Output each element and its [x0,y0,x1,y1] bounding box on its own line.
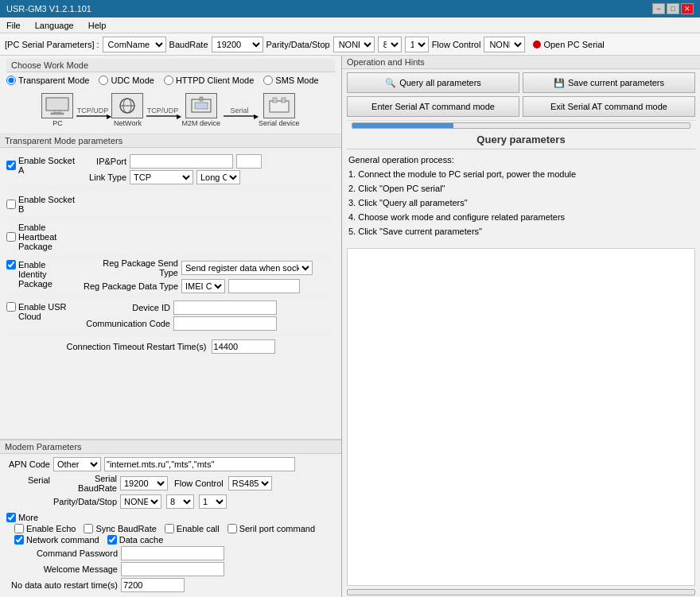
serial-params-label: [PC Serial Parameters] : [5,40,99,49]
httpd-client-mode-radio[interactable]: HTTPD Client Mode [164,76,254,85]
modem-section: Modem Parameters APN Code Other Serial S… [0,440,341,597]
heartbeat-checkbox-label[interactable]: EnableHeartbeatPackage [6,223,335,251]
parity-label: Parity/Data/Stop [266,40,330,49]
reg-data-type-label: Reg Package Data Type [83,281,178,291]
enable-echo-checkbox[interactable] [14,524,24,533]
network-command-checkbox[interactable] [14,535,24,545]
svg-rect-0 [46,98,68,110]
modem-stop-bits-select[interactable]: 1 [199,494,227,509]
enable-call-label[interactable]: Enable call [165,524,220,533]
maximize-button[interactable]: □ [667,3,679,14]
cmd-password-label: Command Password [6,549,118,558]
stop-bits-select[interactable]: 1 [405,37,429,52]
heartbeat-checkbox[interactable] [6,232,16,242]
socket-b-checkbox[interactable] [6,200,16,209]
serial-port-command-label[interactable]: Seril port command [228,524,315,533]
enable-echo-label[interactable]: Enable Echo [14,524,76,533]
svg-rect-11 [282,98,286,103]
device-id-input[interactable] [173,300,277,315]
minimize-button[interactable]: − [652,3,665,14]
bottom-progress-bar [347,589,695,595]
ip-field[interactable] [130,154,233,169]
comm-code-input[interactable] [173,316,277,331]
conn-timeout-label: Connection Timeout Restart Time(s) [66,342,206,351]
timeout-row: Connection Timeout Restart Time(s) [6,335,335,359]
progress-fill [352,123,453,128]
identity-checkbox[interactable] [6,260,16,269]
usr-cloud-checkbox[interactable] [6,302,16,312]
com-name-select[interactable]: ComName [103,37,166,52]
work-mode-header: Choose Work Mode [6,59,335,72]
transparent-mode-radio[interactable]: Transparent Mode [6,76,89,85]
modem-params-header: Modem Parameters [0,440,341,454]
arrow1: TCP/UDP ▶ [76,103,108,117]
socket-a-checkbox[interactable] [6,161,16,170]
data-cache-label[interactable]: Data cache [107,535,164,545]
title-bar: USR-GM3 V1.2.1.101 − □ ✕ [0,0,700,17]
close-button[interactable]: ✕ [681,3,694,14]
udc-mode-radio[interactable]: UDC Mode [99,76,154,85]
data-bits-select[interactable]: 8 [378,37,402,52]
serial-label: Serial [6,474,50,485]
modem-data-bits-select[interactable]: 8 [166,494,194,509]
save-current-button[interactable]: 💾 Save current parameters [523,72,695,93]
menu-language[interactable]: Language [32,21,77,30]
progress-bar-area [347,120,695,130]
data-cache-checkbox[interactable] [107,535,117,545]
sms-mode-radio[interactable]: SMS Mode [263,76,318,85]
enter-serial-at-button[interactable]: Enter Serial AT command mode [347,96,519,117]
transparent-params-section: Transparent Mode parameters Enable Socke… [0,134,341,440]
pc-icon [41,93,73,118]
network-command-label[interactable]: Network command [14,535,99,545]
modem-parity-select[interactable]: NONE [120,494,161,509]
welcome-message-input[interactable] [121,562,224,576]
flow-control-select[interactable]: NONE [484,37,525,52]
more-checkbox-label[interactable]: More [6,513,335,522]
no-data-restart-label: No data auto restart time(s) [6,580,118,590]
serial-led [533,41,541,48]
menu-bar: File Language Help [0,17,700,33]
conn-type-select[interactable]: Long C [196,170,240,184]
transparent-params-header: Transparent Mode parameters [0,134,341,148]
svg-rect-7 [200,97,203,101]
no-data-restart-input[interactable] [121,578,185,592]
more-row: More [6,511,335,524]
bottom-progress-area [342,587,700,597]
sync-baud-rate-checkbox[interactable] [84,524,93,533]
menu-file[interactable]: File [3,21,24,30]
serial-port-command-checkbox[interactable] [228,524,237,533]
parity-select[interactable]: NONE [333,37,375,52]
reg-data-value[interactable] [228,279,300,293]
socket-a-row: Enable SocketA IP&Port Link Type TCP [6,151,335,188]
menu-help[interactable]: Help [85,21,110,30]
arrow3: Serial ▶ [224,103,255,117]
log-area[interactable] [347,248,695,586]
apn-value-input[interactable] [104,457,295,471]
port-field[interactable] [236,154,262,169]
open-serial-button[interactable]: Open PC Serial [533,40,604,49]
apn-type-select[interactable]: Other [53,457,101,471]
conn-timeout-input[interactable] [212,339,275,354]
reg-send-type-select[interactable]: Send register data when sock [181,261,313,275]
more-checkbox[interactable] [6,513,16,522]
serial-baud-rate-select[interactable]: 19200 [120,476,168,490]
baud-rate-select[interactable]: 19200 [212,37,263,52]
work-mode-section: Choose Work Mode Transparent Mode UDC Mo… [0,56,341,134]
identity-row: EnableIdentityPackage Reg Package Send T… [6,255,335,297]
mode-diagram: PC TCP/UDP ▶ NetW [6,88,335,130]
exit-serial-at-button[interactable]: Exit Serial AT command mode [523,96,695,117]
link-type-select[interactable]: TCP [130,170,193,184]
network-icon [111,93,143,118]
hints-text: General operation process: 1. Connect th… [347,149,695,242]
apn-code-label: APN Code [6,459,50,469]
flow-control-label: Flow Control [432,40,481,49]
query-all-button[interactable]: 🔍 Query all parameters [347,72,519,93]
modem-parity-label: Parity/Data/Stop [53,497,117,506]
reg-data-type-select[interactable]: IMEI Co [181,279,225,293]
enable-call-checkbox[interactable] [165,524,174,533]
modem-flow-control-select[interactable]: RS485 [228,476,272,490]
sync-baud-rate-label[interactable]: Sync BaudRate [84,524,156,533]
cmd-password-input[interactable] [121,546,224,560]
device-id-label: Device ID [83,303,170,312]
link-type-label: Link Type [83,173,126,182]
